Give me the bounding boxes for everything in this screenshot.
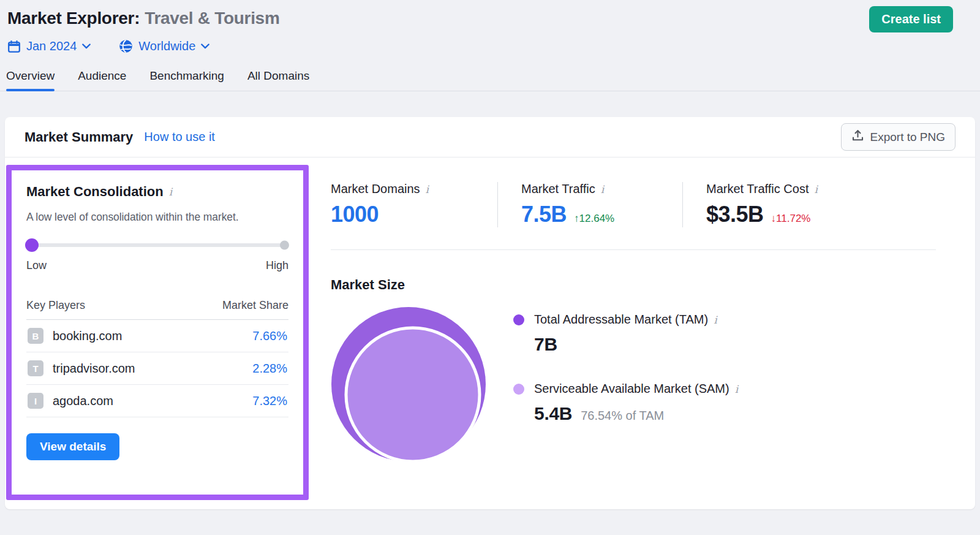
title-row: Market Explorer:Travel & Tourism: [7, 9, 953, 28]
chevron-down-icon: [201, 44, 209, 49]
info-icon[interactable]: i: [169, 186, 172, 198]
stat-value: 1000: [331, 202, 379, 227]
date-selector-label: Jan 2024: [26, 39, 77, 53]
card-body: Market Consolidation i A low level of co…: [5, 157, 975, 509]
date-selector[interactable]: Jan 2024: [7, 39, 91, 53]
table-row[interactable]: T tripadvisor.com 2.28%: [26, 352, 288, 385]
stat-change-badge: ↓11.72%: [771, 213, 811, 225]
sam-pct-of-tam: 76.54% of TAM: [581, 409, 664, 423]
domain-link[interactable]: agoda.com: [53, 394, 113, 408]
export-to-png-button[interactable]: Export to PNG: [841, 123, 956, 151]
stat-market-traffic: Market Traffic i 7.5B ↑12.64%: [497, 182, 682, 227]
stat-label: Market Domains: [331, 182, 420, 196]
page-title-prefix: Market Explorer:: [7, 9, 140, 28]
section-divider: [331, 249, 936, 250]
tab-bar: Overview Audience Benchmarking All Domai…: [0, 69, 980, 91]
favicon-badge: I: [28, 393, 43, 409]
selectors-row: Jan 2024 Worldwide: [7, 39, 953, 53]
create-list-button[interactable]: Create list: [869, 6, 953, 32]
consolidation-description: A low level of consolidation within the …: [26, 211, 288, 224]
tam-legend-dot: [513, 314, 524, 325]
stat-label: Market Traffic: [521, 182, 595, 196]
view-details-button[interactable]: View details: [26, 433, 119, 460]
export-icon: [851, 129, 864, 145]
key-players-table-header: Key Players Market Share: [26, 299, 288, 320]
sam-label: Serviceable Available Market (SAM): [534, 382, 729, 396]
consolidation-title: Market Consolidation: [26, 184, 164, 200]
page-title-market: Travel & Tourism: [145, 9, 279, 28]
key-players-column-header: Key Players: [26, 299, 85, 312]
info-icon[interactable]: i: [714, 314, 717, 326]
summary-right-column: Market Domains i 1000 Market Traffic i 7…: [309, 157, 975, 509]
info-icon[interactable]: i: [601, 183, 604, 195]
slider-knob[interactable]: [25, 238, 39, 252]
slider-low-label: Low: [26, 259, 47, 272]
market-share-column-header: Market Share: [222, 299, 288, 312]
market-share-value[interactable]: 7.66%: [252, 329, 287, 343]
tab-audience[interactable]: Audience: [78, 69, 126, 91]
sam-value: 5.4B: [534, 403, 572, 424]
stat-change-badge: ↑12.64%: [574, 213, 614, 225]
stat-value: 7.5B: [521, 202, 567, 227]
stat-value: $3.5B: [706, 202, 764, 227]
tam-value: 7B: [534, 334, 557, 355]
market-size-bubble-chart: [331, 306, 488, 469]
page-title: Market Explorer:Travel & Tourism: [7, 9, 279, 28]
region-selector-label: Worldwide: [138, 39, 195, 53]
card-title: Market Summary: [24, 129, 133, 145]
legend-entry-tam: Total Addressable Market (TAM) i 7B: [513, 313, 738, 355]
stat-label: Market Traffic Cost: [706, 182, 809, 196]
stats-row: Market Domains i 1000 Market Traffic i 7…: [331, 182, 936, 227]
favicon-badge: T: [28, 360, 43, 376]
info-icon[interactable]: i: [814, 183, 817, 195]
market-size-title: Market Size: [331, 277, 936, 293]
region-selector[interactable]: Worldwide: [119, 39, 209, 53]
page-header: Market Explorer:Travel & Tourism Create …: [0, 0, 980, 53]
slider-labels: Low High: [26, 259, 288, 272]
market-summary-card: Market Summary How to use it Export to P…: [5, 117, 975, 509]
info-icon[interactable]: i: [735, 383, 738, 395]
tab-all-domains[interactable]: All Domains: [247, 69, 309, 91]
key-players-table: Key Players Market Share B booking.com 7…: [26, 299, 288, 417]
chevron-down-icon: [82, 44, 91, 49]
market-share-value[interactable]: 7.32%: [252, 394, 287, 408]
tam-label: Total Addressable Market (TAM): [534, 313, 708, 327]
market-size-content: Total Addressable Market (TAM) i 7B Serv…: [331, 306, 936, 469]
table-row[interactable]: B booking.com 7.66%: [26, 320, 288, 352]
market-consolidation-panel: Market Consolidation i A low level of co…: [6, 165, 309, 500]
tab-overview[interactable]: Overview: [6, 69, 55, 91]
consolidation-slider[interactable]: [26, 238, 288, 252]
calendar-icon: [7, 40, 21, 53]
slider-end-dot: [280, 241, 289, 250]
tab-benchmarking[interactable]: Benchmarking: [149, 69, 224, 91]
market-size-legend: Total Addressable Market (TAM) i 7B Serv…: [513, 313, 738, 469]
how-to-use-link[interactable]: How to use it: [144, 130, 215, 144]
stat-market-domains: Market Domains i 1000: [331, 182, 497, 227]
sam-legend-dot: [513, 384, 524, 395]
legend-entry-sam: Serviceable Available Market (SAM) i 5.4…: [513, 382, 738, 424]
table-row[interactable]: I agoda.com 7.32%: [26, 385, 288, 417]
favicon-badge: B: [28, 328, 43, 344]
info-icon[interactable]: i: [426, 183, 429, 195]
market-share-value[interactable]: 2.28%: [252, 362, 287, 376]
globe-icon: [119, 39, 133, 53]
slider-track: [26, 243, 288, 247]
export-button-label: Export to PNG: [870, 131, 946, 144]
stat-market-traffic-cost: Market Traffic Cost i $3.5B ↓11.72%: [682, 182, 840, 227]
card-header: Market Summary How to use it Export to P…: [5, 117, 975, 157]
sam-circle: [346, 328, 480, 461]
domain-link[interactable]: tripadvisor.com: [53, 362, 135, 376]
slider-high-label: High: [266, 259, 288, 272]
domain-link[interactable]: booking.com: [53, 329, 122, 343]
